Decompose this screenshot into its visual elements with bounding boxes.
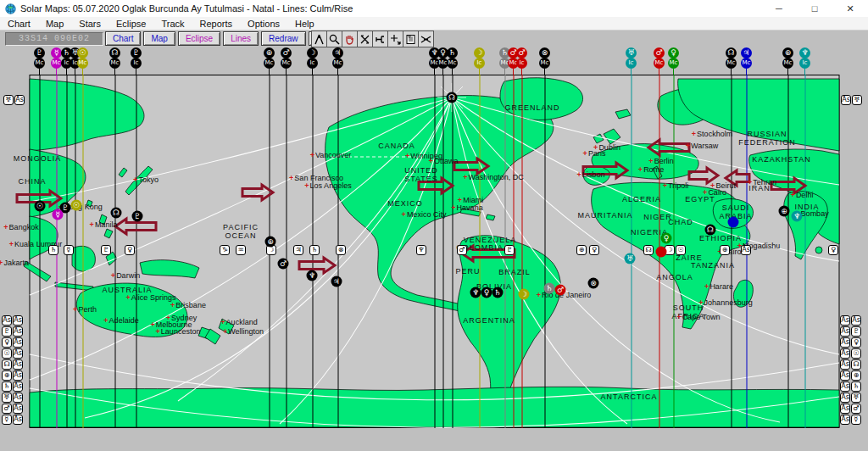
paran-badge[interactable]: ♃: [293, 245, 303, 255]
line-marker-♀-Mc[interactable]: ♀Mc: [668, 47, 680, 68]
rise-line-badge[interactable]: As: [13, 393, 23, 403]
rise-line-badge[interactable]: ☉: [851, 348, 861, 359]
rise-line-badge[interactable]: As: [13, 404, 23, 414]
rise-line-badge[interactable]: ⊕: [851, 370, 861, 381]
rise-line-badge[interactable]: As: [840, 326, 850, 337]
paran-badge[interactable]: ♑: [220, 245, 230, 255]
paran-badge[interactable]: ♇: [101, 245, 111, 255]
line-marker-♇-Mc[interactable]: ♇Mc: [34, 47, 46, 68]
paran-badge[interactable]: ♀: [828, 245, 838, 255]
line-marker-♃-Mc[interactable]: ♃Mc: [741, 47, 753, 68]
paran-badge[interactable]: ☉: [676, 245, 686, 255]
grip-tool[interactable]: [372, 31, 388, 47]
report-tool[interactable]: [403, 31, 419, 47]
lines-button[interactable]: Lines: [223, 31, 259, 46]
rise-line-badge[interactable]: ☊: [2, 359, 12, 370]
menu-reports[interactable]: Reports: [192, 19, 241, 29]
rotate-tool[interactable]: [357, 31, 373, 47]
paran-badge[interactable]: ⊕: [720, 245, 730, 255]
planet-point-marker[interactable]: ♇: [132, 211, 143, 222]
line-marker-♃-Mc[interactable]: ♃Mc: [332, 47, 344, 68]
maximize-button[interactable]: □: [797, 0, 832, 17]
menu-options[interactable]: Options: [240, 19, 287, 29]
rise-line-badge[interactable]: As: [13, 415, 23, 425]
planet-point-marker[interactable]: ☊: [111, 208, 122, 219]
rise-line-badge[interactable]: As: [13, 370, 23, 381]
line-marker-⊕-Mc[interactable]: ⊕Mc: [782, 47, 794, 68]
rise-line-badge[interactable]: ♅: [851, 393, 861, 403]
rise-line-badge[interactable]: As: [13, 359, 23, 370]
rise-line-badge[interactable]: As: [840, 393, 850, 403]
rise-line-badge[interactable]: As: [13, 381, 23, 392]
pan-hand-tool[interactable]: [342, 31, 358, 47]
rise-line-badge[interactable]: As: [13, 315, 23, 326]
planet-point-marker[interactable]: ⊕: [779, 206, 790, 217]
paran-badge[interactable]: ♄: [309, 245, 320, 255]
line-marker-⊕-Mc[interactable]: ⊕Mc: [264, 47, 275, 68]
rise-line-badge[interactable]: ♅: [852, 95, 862, 105]
menu-stars[interactable]: Stars: [71, 19, 108, 29]
eclipse-button[interactable]: Eclipse: [178, 31, 220, 46]
line-marker-⊗-Mc[interactable]: ⊗Mc: [539, 47, 551, 68]
paran-badge[interactable]: ♒: [236, 245, 246, 255]
rise-line-badge[interactable]: As: [13, 337, 23, 348]
planet-point-marker[interactable]: ♆: [307, 270, 318, 281]
locate-tool[interactable]: [387, 31, 403, 47]
planet-point-marker[interactable]: ♆: [470, 287, 481, 298]
rise-line-badge[interactable]: As: [840, 337, 850, 348]
rise-line-badge[interactable]: As: [840, 370, 850, 381]
planet-point-marker[interactable]: ☊: [447, 92, 458, 103]
line-marker-♂-Mc[interactable]: ♂Mc: [654, 47, 665, 68]
paran-badge[interactable]: ☊: [643, 245, 654, 255]
rise-line-badge[interactable]: As: [13, 326, 23, 337]
title-bar[interactable]: Solar Maps: 05.07.2020 Oglak Burcunda Ay…: [0, 0, 868, 17]
menu-chart[interactable]: Chart: [0, 19, 38, 29]
line-marker-☽-Ic[interactable]: ☽Ic: [307, 47, 319, 68]
rise-line-badge[interactable]: ♂: [851, 404, 861, 414]
planet-point-marker[interactable]: ☽: [519, 289, 530, 300]
planet-point-marker[interactable]: ☊: [705, 225, 716, 236]
menu-track[interactable]: Track: [153, 19, 192, 29]
rise-line-badge[interactable]: ♅: [3, 95, 14, 105]
rise-line-badge[interactable]: As: [840, 404, 850, 414]
rise-line-badge[interactable]: As: [840, 348, 850, 359]
planet-point-marker[interactable]: ♅: [625, 253, 636, 264]
divider-tool[interactable]: [311, 31, 327, 47]
line-marker-☉-Mc[interactable]: ☉Mc: [77, 47, 89, 68]
rise-line-badge[interactable]: As: [841, 95, 851, 105]
planet-point-marker[interactable]: ♀: [661, 233, 672, 244]
paran-badge[interactable]: ♂: [457, 245, 467, 255]
rise-line-badge[interactable]: As: [14, 95, 25, 105]
planet-point-marker[interactable]: ♂: [278, 259, 289, 270]
rise-line-badge[interactable]: ☉: [2, 348, 12, 359]
rise-line-badge[interactable]: ♂: [2, 404, 12, 414]
paran-badge[interactable]: ☿: [64, 245, 74, 255]
close-button[interactable]: ✕: [832, 0, 868, 17]
rise-line-badge[interactable]: ♇: [851, 326, 861, 337]
planet-point-marker[interactable]: ☉: [35, 201, 46, 212]
line-marker-♅-Ic[interactable]: ♅Ic: [626, 47, 637, 68]
menu-map[interactable]: Map: [38, 19, 71, 29]
rise-line-badge[interactable]: As: [13, 348, 23, 359]
paran-badge[interactable]: ♇: [504, 245, 515, 255]
planet-point-marker[interactable]: [728, 217, 739, 228]
line-marker-♇-Ic[interactable]: ♇Ic: [131, 47, 142, 68]
zoom-tool[interactable]: [326, 31, 342, 47]
paran-badge[interactable]: ♄: [48, 245, 58, 255]
planet-point-marker[interactable]: ♄: [544, 283, 555, 294]
planet-point-marker[interactable]: ♂: [555, 285, 566, 296]
planet-point-marker[interactable]: ☿: [53, 209, 64, 220]
redraw-button[interactable]: Redraw: [261, 31, 305, 46]
rise-line-badge[interactable]: ♀: [851, 337, 861, 348]
rise-line-badge[interactable]: ♇: [2, 326, 12, 337]
close-tool[interactable]: [418, 31, 434, 47]
map-button[interactable]: Map: [143, 31, 175, 46]
rise-line-badge[interactable]: ♀: [2, 337, 12, 348]
planet-point-marker[interactable]: [656, 247, 667, 258]
paran-badge[interactable]: As: [741, 245, 751, 255]
rise-line-badge[interactable]: As: [851, 315, 861, 326]
rise-line-badge[interactable]: ☿: [851, 415, 861, 425]
menu-eclipse[interactable]: Eclipse: [108, 19, 153, 29]
planet-point-marker[interactable]: ♃: [331, 276, 342, 287]
line-marker-♂-Ic[interactable]: ♂Ic: [516, 47, 528, 68]
